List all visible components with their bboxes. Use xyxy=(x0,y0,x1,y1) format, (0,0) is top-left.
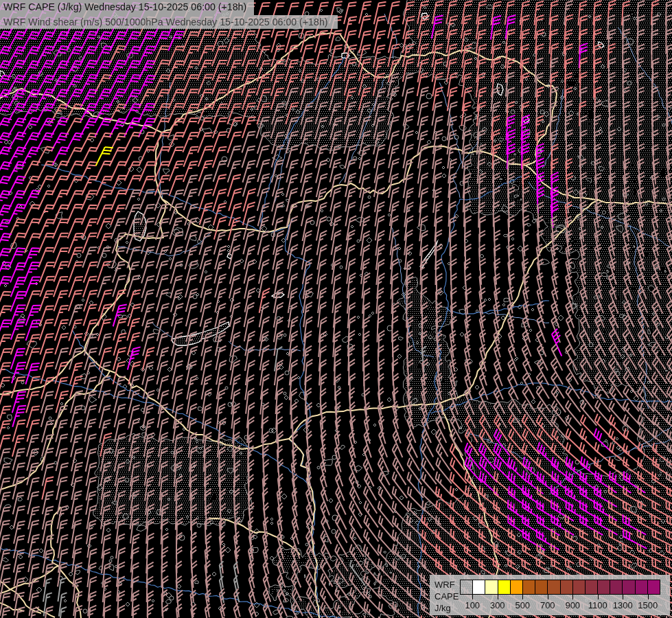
legend-colorbar xyxy=(460,580,660,595)
legend-label-line2: CAPE xyxy=(435,591,459,602)
weather-map-canvas xyxy=(0,0,672,618)
legend-color-cell xyxy=(586,580,598,594)
legend-tick-mark xyxy=(522,595,523,599)
legend-color-cell xyxy=(511,580,523,594)
legend-color-cell xyxy=(535,580,548,594)
legend-color-cell xyxy=(523,580,535,594)
title-line-cape: WRF CAPE (J/kg) Wednesday 15-10-2025 06:… xyxy=(3,1,246,12)
legend-tick-label: 100 xyxy=(465,600,480,610)
legend: WRF CAPE J/kg 10030050070090011001300150… xyxy=(430,575,670,615)
legend-tick-label: 500 xyxy=(515,600,530,610)
legend-tick-label: 300 xyxy=(490,600,505,610)
legend-color-cell xyxy=(485,580,498,594)
legend-color-cell xyxy=(548,580,560,594)
legend-color-cell xyxy=(610,580,623,594)
title-bar-2: WRF Wind shear (m/s) 500/1000hPa Wednesd… xyxy=(0,15,338,30)
legend-color-cell xyxy=(636,580,648,594)
legend-tick-mark xyxy=(598,595,599,599)
legend-tick-mark xyxy=(548,595,548,599)
legend-tick-mark xyxy=(572,595,573,599)
legend-tick-label: 900 xyxy=(565,600,580,610)
legend-color-cell xyxy=(623,580,635,594)
legend-tick-label: 1300 xyxy=(613,600,633,610)
legend-label-line3: J/kg xyxy=(435,602,459,614)
legend-tick-label: 700 xyxy=(540,600,555,610)
legend-color-cell xyxy=(648,580,660,594)
legend-color-cell xyxy=(598,580,610,594)
wrf-map-stage: WRF CAPE (J/kg) Wednesday 15-10-2025 06:… xyxy=(0,0,672,618)
legend-color-cell xyxy=(561,580,573,594)
legend-color-cell xyxy=(498,580,511,594)
legend-tick-mark xyxy=(623,595,623,599)
legend-tick-mark xyxy=(472,595,473,599)
title-line-shear: WRF Wind shear (m/s) 500/1000hPa Wednesd… xyxy=(3,16,328,27)
legend-label-line1: WRF xyxy=(435,579,459,591)
legend-color-cell xyxy=(573,580,586,594)
legend-label: WRF CAPE J/kg xyxy=(435,579,459,614)
title-bar-1: WRF CAPE (J/kg) Wednesday 15-10-2025 06:… xyxy=(0,0,254,15)
legend-color-cell xyxy=(473,580,485,594)
legend-tick-mark xyxy=(648,595,649,599)
legend-tick-mark xyxy=(498,595,498,599)
legend-tick-label: 1100 xyxy=(588,600,607,610)
legend-tick-label: 1500 xyxy=(638,600,658,610)
legend-color-cell xyxy=(461,580,473,594)
